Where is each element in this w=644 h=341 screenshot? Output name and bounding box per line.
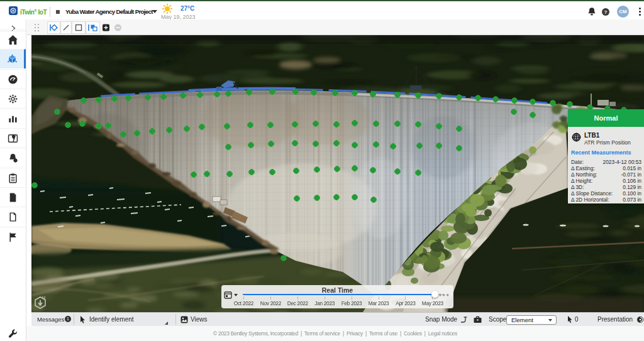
svg-text:?: ? xyxy=(604,9,608,15)
